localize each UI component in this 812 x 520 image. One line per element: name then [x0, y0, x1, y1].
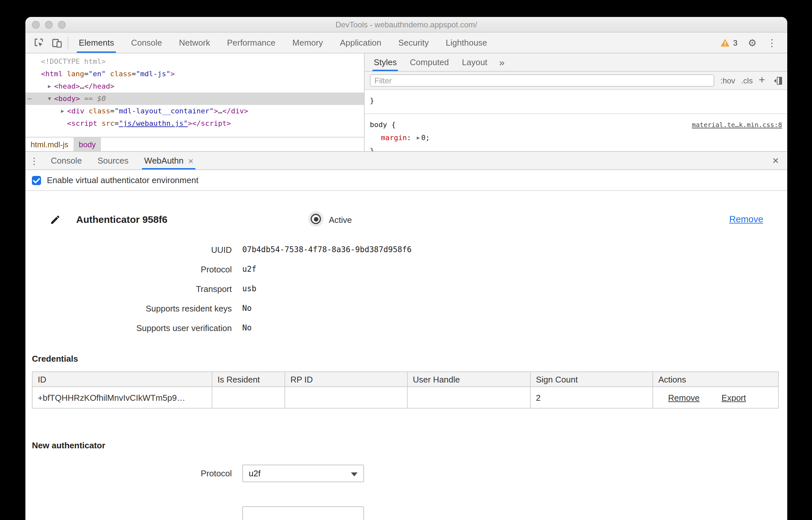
- transport-select-partial[interactable]: [242, 506, 364, 520]
- drawer-tab-webauthn[interactable]: WebAuthn×: [136, 152, 201, 170]
- dom-tree: <!DOCTYPE html> <html lang="en" class="m…: [25, 53, 364, 137]
- col-user-handle: User Handle: [407, 372, 530, 387]
- traffic-lights: [32, 21, 66, 28]
- more-options-icon[interactable]: ⋮: [767, 38, 777, 48]
- settings-gear-icon[interactable]: ⚙: [748, 38, 757, 48]
- close-drawer-icon[interactable]: ×: [764, 152, 787, 170]
- breadcrumb-html[interactable]: html.mdl-js: [25, 137, 74, 151]
- active-label: Active: [329, 215, 352, 225]
- styles-filter-bar: :hov .cls +: [365, 72, 787, 90]
- new-style-rule-button[interactable]: +: [759, 74, 765, 85]
- tab-layout[interactable]: Layout: [455, 53, 494, 71]
- window-titlebar: DevTools - webauthndemo.appspot.com/: [25, 17, 787, 32]
- toggle-element-state-button[interactable]: :hov: [721, 76, 735, 85]
- dom-node-div-container[interactable]: ▶<div class="mdl-layout__container">…</d…: [25, 105, 364, 117]
- device-toolbar-icon[interactable]: [48, 34, 66, 51]
- toggle-computed-sidebar-icon[interactable]: [771, 77, 782, 84]
- toolbar-divider: [68, 36, 68, 49]
- screenshot-root: DevTools - webauthndemo.appspot.com/ Ele…: [0, 0, 812, 520]
- dom-node-script[interactable]: <script src="js/webauthn.js"></script>: [25, 117, 364, 130]
- minimize-window-button[interactable]: [45, 21, 53, 28]
- field-row-resident-keys: Supports resident keysNo: [25, 298, 412, 318]
- main-panels: <!DOCTYPE html> <html lang="en" class="m…: [25, 53, 787, 151]
- cell-sign-count: 2: [530, 387, 653, 408]
- tab-styles[interactable]: Styles: [367, 53, 403, 71]
- field-row-uuid: UUID07b4db54-7538-4f78-8a36-9bd387d958f6: [25, 240, 412, 259]
- collapse-arrow-icon[interactable]: ▼: [45, 93, 54, 105]
- css-selector[interactable]: body: [370, 121, 387, 129]
- toggle-class-button[interactable]: .cls: [741, 76, 753, 85]
- dom-node-head[interactable]: ▶<head>…</head>: [25, 80, 364, 93]
- inspect-element-icon[interactable]: [29, 34, 48, 51]
- dom-node-html[interactable]: <html lang="en" class="mdl-js">: [25, 68, 364, 80]
- tab-security[interactable]: Security: [390, 32, 437, 53]
- col-sign-count: Sign Count: [530, 372, 653, 387]
- close-window-button[interactable]: [32, 21, 40, 28]
- dom-node-body-selected[interactable]: ⋯▼<body> == $0: [25, 93, 364, 105]
- new-authenticator-protocol-row: Protocol u2f: [25, 465, 364, 482]
- webauthn-panel: Authenticator 958f6 Active Remove UUID07…: [25, 191, 787, 520]
- breadcrumb-body[interactable]: body: [74, 137, 101, 151]
- tab-memory[interactable]: Memory: [284, 32, 331, 53]
- enable-virtual-authenticator-checkbox[interactable]: [32, 176, 41, 185]
- warning-count: 3: [733, 38, 737, 47]
- inline-menu-dots-icon[interactable]: ⋯: [27, 93, 31, 105]
- toolbar-right-icons: 3 ⚙ ⋮: [720, 32, 787, 53]
- field-row-transport: Transportusb: [25, 279, 412, 298]
- chevron-down-icon: [351, 472, 358, 476]
- tab-computed[interactable]: Computed: [403, 53, 455, 71]
- edit-pencil-icon[interactable]: [50, 214, 61, 225]
- window-title: DevTools - webauthndemo.appspot.com/: [336, 20, 477, 29]
- script-src-link[interactable]: "js/webauthn.js": [119, 119, 188, 128]
- warning-triangle-icon: [720, 38, 730, 47]
- remove-authenticator-link[interactable]: Remove: [729, 214, 763, 224]
- webauthn-toolbar: Enable virtual authenticator environment: [25, 170, 787, 191]
- styles-rules: } body { material.te…k.min.css:8 margin:…: [365, 90, 787, 151]
- css-declaration-margin[interactable]: margin: ▶0;: [370, 132, 782, 145]
- cell-actions: Remove Export: [653, 387, 779, 408]
- styles-filter-input[interactable]: [370, 74, 715, 87]
- credentials-heading: Credentials: [32, 354, 78, 364]
- credentials-header-row: ID Is Resident RP ID User Handle Sign Co…: [32, 372, 779, 387]
- styles-sidebar: Styles Computed Layout » :hov .cls + } b…: [365, 53, 787, 151]
- cell-is-resident: [212, 387, 285, 408]
- more-tabs-icon[interactable]: »: [494, 53, 510, 71]
- authenticator-title: Authenticator 958f6: [76, 214, 167, 225]
- protocol-select[interactable]: u2f: [242, 465, 364, 482]
- tab-application[interactable]: Application: [331, 32, 390, 53]
- drawer-tab-console[interactable]: Console: [43, 152, 89, 170]
- authenticator-fields: UUID07b4db54-7538-4f78-8a36-9bd387d958f6…: [25, 240, 412, 338]
- remove-credential-link[interactable]: Remove: [668, 393, 700, 402]
- main-toolbar: Elements Console Network Performance Mem…: [25, 32, 787, 53]
- active-radio[interactable]: [311, 214, 321, 224]
- expand-arrow-icon[interactable]: ▶: [58, 105, 67, 117]
- cell-user-handle: [407, 387, 530, 408]
- body-style-rule: body { material.te…k.min.css:8 margin: ▶…: [365, 114, 787, 151]
- css-source-link[interactable]: material.te…k.min.css:8: [692, 119, 782, 132]
- new-authenticator-heading: New authenticator: [32, 441, 105, 450]
- tab-console[interactable]: Console: [122, 32, 170, 53]
- panel-tabs: Elements Console Network Performance Mem…: [70, 32, 496, 53]
- warnings-badge[interactable]: 3: [720, 38, 737, 47]
- rule-close-brace: }: [370, 145, 782, 151]
- drawer-tab-sources[interactable]: Sources: [89, 152, 136, 170]
- previous-rule-end: }: [365, 90, 787, 114]
- export-credential-link[interactable]: Export: [722, 393, 746, 402]
- tab-lighthouse[interactable]: Lighthouse: [437, 32, 496, 53]
- tab-elements[interactable]: Elements: [70, 32, 122, 53]
- breadcrumb: html.mdl-js body: [25, 137, 364, 151]
- close-tab-icon[interactable]: ×: [188, 156, 193, 165]
- drawer: ⋮ Console Sources WebAuthn× × Enable vir…: [25, 151, 787, 520]
- expand-value-icon[interactable]: ▶: [417, 135, 420, 141]
- drawer-menu-icon[interactable]: ⋮: [25, 152, 43, 170]
- zoom-window-button[interactable]: [58, 21, 66, 28]
- elements-panel: <!DOCTYPE html> <html lang="en" class="m…: [25, 53, 365, 151]
- dom-node-doctype[interactable]: <!DOCTYPE html>: [25, 55, 364, 68]
- expand-arrow-icon[interactable]: ▶: [45, 80, 54, 93]
- tab-network[interactable]: Network: [171, 32, 219, 53]
- field-row-protocol: Protocolu2f: [25, 259, 412, 279]
- tab-performance[interactable]: Performance: [219, 32, 284, 53]
- toolbar-left-icons: [25, 32, 70, 53]
- drawer-tab-bar: ⋮ Console Sources WebAuthn× ×: [25, 152, 787, 170]
- cell-rp-id: [285, 387, 407, 408]
